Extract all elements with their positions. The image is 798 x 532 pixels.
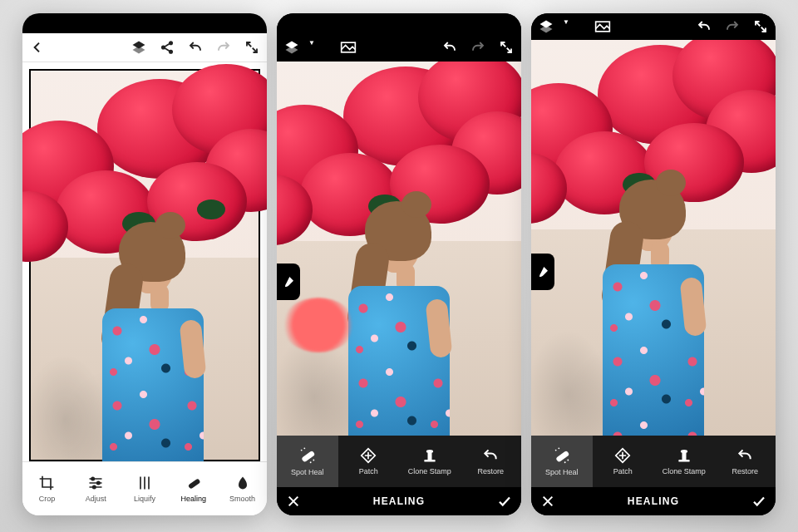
top-toolbar: ▼ bbox=[531, 13, 776, 40]
svg-point-13 bbox=[97, 481, 100, 484]
svg-point-14 bbox=[93, 485, 96, 488]
mode-title: HEALING bbox=[556, 495, 751, 507]
layers-icon[interactable] bbox=[131, 39, 147, 56]
confirm-bar: HEALING bbox=[531, 487, 776, 515]
fullscreen-icon[interactable] bbox=[752, 18, 769, 35]
statusbar bbox=[277, 13, 521, 33]
svg-marker-1 bbox=[133, 47, 145, 54]
redo-icon[interactable] bbox=[215, 39, 232, 56]
svg-point-12 bbox=[91, 477, 94, 480]
svg-point-42 bbox=[564, 461, 566, 463]
svg-point-25 bbox=[310, 461, 312, 463]
top-toolbar: ▼ bbox=[277, 33, 521, 62]
redo-icon[interactable] bbox=[470, 39, 486, 56]
tool-label: Adjust bbox=[86, 495, 106, 503]
svg-point-3 bbox=[162, 46, 165, 48]
accept-icon[interactable] bbox=[751, 493, 767, 510]
tool-label: Spot Heal bbox=[545, 468, 579, 476]
svg-rect-21 bbox=[301, 451, 315, 463]
phone-dark-before: ▼ bbox=[277, 13, 521, 515]
statusbar bbox=[22, 13, 267, 33]
svg-point-23 bbox=[303, 447, 305, 449]
confirm-bar: HEALING bbox=[277, 487, 521, 515]
accept-icon[interactable] bbox=[496, 493, 513, 510]
canvas[interactable] bbox=[22, 62, 267, 461]
bottom-toolbar: Crop Adjust Liquify Healing Smooth bbox=[22, 461, 267, 515]
tool-label: Restore bbox=[477, 467, 504, 475]
svg-point-30 bbox=[426, 450, 433, 453]
fullscreen-icon[interactable] bbox=[498, 39, 515, 56]
tool-label: Clone Stamp bbox=[408, 467, 451, 475]
panorama-icon[interactable] bbox=[594, 18, 611, 35]
tool-label: Patch bbox=[359, 467, 378, 475]
tool-label: Spot Heal bbox=[291, 468, 324, 476]
tool-spot-heal[interactable]: Spot Heal bbox=[277, 436, 338, 487]
chevron-down-icon[interactable]: ▼ bbox=[558, 13, 574, 30]
tool-clone-stamp[interactable]: Clone Stamp bbox=[653, 436, 715, 487]
top-toolbar bbox=[22, 33, 267, 62]
panorama-icon[interactable] bbox=[340, 39, 357, 56]
tool-crop[interactable]: Crop bbox=[22, 475, 71, 503]
tool-label: Patch bbox=[613, 467, 633, 475]
canvas[interactable] bbox=[531, 40, 776, 436]
chevron-down-icon[interactable]: ▼ bbox=[303, 34, 320, 51]
svg-rect-46 bbox=[678, 460, 689, 462]
tool-adjust[interactable]: Adjust bbox=[71, 475, 121, 503]
tool-smooth[interactable]: Smooth bbox=[218, 475, 267, 503]
mode-title: HEALING bbox=[302, 495, 496, 507]
svg-rect-38 bbox=[555, 451, 569, 463]
svg-point-41 bbox=[567, 460, 569, 461]
tool-healing[interactable]: Healing bbox=[169, 475, 218, 503]
healing-tool-row: Spot Heal Patch Clone Stamp Restore bbox=[277, 436, 521, 487]
undo-icon[interactable] bbox=[696, 18, 712, 35]
svg-rect-15 bbox=[188, 478, 201, 489]
cancel-icon[interactable] bbox=[285, 493, 302, 510]
svg-line-5 bbox=[165, 44, 170, 47]
phone-light: Crop Adjust Liquify Healing Smooth bbox=[22, 13, 267, 515]
svg-point-22 bbox=[301, 450, 303, 451]
svg-marker-17 bbox=[286, 47, 298, 54]
svg-point-47 bbox=[681, 450, 687, 453]
tool-label: Liquify bbox=[134, 495, 155, 503]
brush-settings-tab[interactable] bbox=[277, 264, 300, 300]
tool-liquify[interactable]: Liquify bbox=[121, 475, 170, 503]
tool-spot-heal[interactable]: Spot Heal bbox=[531, 436, 593, 487]
layers-icon[interactable] bbox=[538, 18, 554, 35]
cancel-icon[interactable] bbox=[539, 493, 556, 510]
brush-settings-tab[interactable] bbox=[531, 254, 554, 290]
layers-icon[interactable] bbox=[283, 39, 300, 56]
redo-icon[interactable] bbox=[724, 18, 741, 35]
tool-patch[interactable]: Patch bbox=[593, 436, 654, 487]
undo-icon[interactable] bbox=[441, 39, 458, 56]
svg-marker-34 bbox=[540, 26, 553, 33]
tool-clone-stamp[interactable]: Clone Stamp bbox=[399, 436, 461, 487]
share-icon[interactable] bbox=[159, 39, 175, 56]
fullscreen-icon[interactable] bbox=[244, 39, 260, 56]
undo-icon[interactable] bbox=[187, 39, 204, 56]
svg-point-4 bbox=[170, 51, 172, 53]
tool-label: Restore bbox=[732, 467, 758, 475]
tool-restore[interactable]: Restore bbox=[461, 436, 522, 487]
heal-selection-overlay bbox=[282, 298, 355, 352]
svg-rect-29 bbox=[424, 460, 435, 462]
tool-label: Healing bbox=[181, 495, 207, 503]
tool-label: Smooth bbox=[229, 495, 255, 503]
canvas[interactable] bbox=[277, 62, 521, 436]
tool-patch[interactable]: Patch bbox=[338, 436, 400, 487]
svg-point-24 bbox=[313, 460, 314, 461]
svg-point-2 bbox=[170, 42, 172, 44]
tool-label: Clone Stamp bbox=[663, 467, 706, 475]
tool-restore[interactable]: Restore bbox=[715, 436, 776, 487]
tool-label: Crop bbox=[39, 495, 56, 503]
svg-point-39 bbox=[555, 450, 557, 451]
back-icon[interactable] bbox=[29, 39, 46, 56]
svg-point-40 bbox=[558, 447, 559, 449]
phone-dark-after: ▼ bbox=[531, 13, 776, 515]
svg-line-6 bbox=[165, 48, 170, 52]
healing-tool-row: Spot Heal Patch Clone Stamp Restore bbox=[531, 436, 776, 487]
